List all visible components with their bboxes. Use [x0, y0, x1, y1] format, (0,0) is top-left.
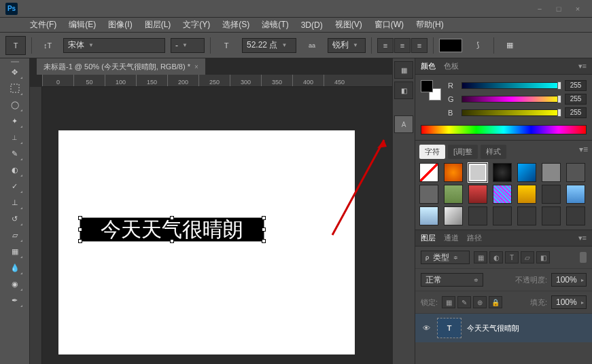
marquee-tool[interactable] — [7, 81, 23, 96]
slider-knob[interactable] — [557, 95, 561, 103]
history-panel-icon[interactable]: ▦ — [394, 61, 413, 79]
history-brush-tool[interactable]: ↺ — [7, 211, 23, 226]
layer-name[interactable]: 今天天气很晴朗 — [467, 323, 519, 333]
resize-handle[interactable] — [78, 216, 82, 220]
canvas[interactable]: 今天天气很晴朗 — [58, 130, 355, 354]
menu-layer[interactable]: 图层(L) — [139, 18, 177, 32]
menu-3d[interactable]: 3D(D) — [296, 19, 328, 31]
resize-handle[interactable] — [78, 228, 82, 232]
menu-select[interactable]: 选择(S) — [217, 18, 255, 32]
text-orientation-toggle[interactable]: ↕T — [37, 36, 58, 55]
style-swatch[interactable] — [468, 163, 487, 182]
align-left-button[interactable]: ≡ — [377, 38, 394, 53]
filter-toggle[interactable] — [580, 252, 587, 263]
eraser-tool[interactable]: ▱ — [7, 228, 23, 242]
visibility-toggle-icon[interactable]: 👁 — [421, 323, 432, 333]
style-swatch[interactable] — [468, 185, 487, 204]
font-style-select[interactable]: - ▼ — [171, 38, 205, 53]
style-swatch[interactable] — [468, 206, 487, 225]
resize-handle[interactable] — [78, 239, 82, 243]
menu-file[interactable]: 文件(F) — [24, 18, 62, 32]
style-swatch[interactable] — [517, 185, 536, 204]
horizontal-ruler[interactable]: 0 50 100 150 200 250 300 350 400 450 — [42, 75, 392, 87]
canvas-area[interactable]: 未标题-1 @ 50% (今天天气很晴朗, RGB/8) * × 0 50 10… — [30, 58, 392, 364]
style-swatch[interactable] — [542, 206, 561, 225]
style-swatch[interactable] — [566, 163, 585, 182]
slider-knob[interactable] — [557, 109, 561, 117]
foreground-background-swatches[interactable] — [421, 80, 441, 101]
menu-view[interactable]: 视图(V) — [330, 18, 368, 32]
resize-handle[interactable] — [170, 216, 174, 220]
style-swatch[interactable] — [419, 206, 438, 225]
font-family-select[interactable]: 宋体 ▼ — [63, 38, 165, 53]
gradient-tool[interactable]: ▦ — [7, 244, 23, 259]
font-size-select[interactable]: 52.22 点 ▼ — [242, 38, 296, 53]
lock-pixels-icon[interactable]: ✎ — [457, 296, 471, 308]
document-tab[interactable]: 未标题-1 @ 50% (今天天气很晴朗, RGB/8) * × — [37, 58, 206, 75]
color-tab[interactable]: 颜色 — [421, 61, 436, 71]
opacity-input[interactable]: 100% ▸ — [551, 273, 587, 287]
layer-item[interactable]: 👁 T 今天天气很晴朗 — [415, 314, 592, 342]
style-swatch[interactable] — [542, 163, 561, 182]
lock-position-icon[interactable]: ⊕ — [473, 296, 487, 308]
style-swatch[interactable] — [493, 206, 512, 225]
menu-edit[interactable]: 编辑(E) — [63, 18, 101, 32]
text-layer-bounds[interactable]: 今天天气很晴朗 — [80, 217, 264, 242]
minimize-button[interactable]: − — [531, 3, 549, 15]
style-swatch[interactable] — [444, 185, 463, 204]
slider-value[interactable]: 255 — [565, 80, 587, 91]
resize-handle[interactable] — [262, 239, 266, 243]
style-swatch[interactable] — [493, 185, 512, 204]
layer-kind-filter[interactable]: ρ 类型 ≑ — [421, 251, 470, 264]
style-swatch[interactable] — [517, 163, 536, 182]
antialiasing-select[interactable]: 锐利 ▼ — [328, 38, 366, 53]
blend-mode-select[interactable]: 正常 ≑ — [421, 273, 483, 287]
resize-handle[interactable] — [170, 239, 174, 243]
panel-menu-icon[interactable]: ▾≡ — [578, 234, 587, 242]
style-swatch[interactable] — [419, 163, 438, 182]
character-panel-toggle[interactable]: ▦ — [500, 36, 520, 55]
adjustments-tab[interactable]: [调]整 — [448, 145, 478, 159]
slider-track[interactable] — [462, 109, 561, 116]
lock-transparency-icon[interactable]: ▦ — [442, 296, 455, 308]
stamp-tool[interactable]: ⊥ — [7, 195, 23, 210]
fill-input[interactable]: 100% ▸ — [551, 295, 587, 309]
menu-type[interactable]: 文字(Y) — [177, 18, 215, 32]
slider-value[interactable]: 255 — [565, 94, 587, 105]
slider-knob[interactable] — [557, 81, 561, 90]
magic-wand-tool[interactable]: ✦ — [7, 113, 23, 128]
maximize-button[interactable]: □ — [550, 3, 568, 15]
style-swatch[interactable] — [517, 206, 536, 225]
character-panel-icon[interactable]: A — [394, 115, 413, 133]
filter-type-icon[interactable]: T — [505, 251, 519, 263]
slider-track[interactable] — [462, 96, 561, 103]
resize-handle[interactable] — [262, 216, 266, 220]
dodge-tool[interactable]: ◉ — [7, 276, 23, 291]
layer-thumbnail[interactable]: T — [437, 318, 462, 338]
brush-tool[interactable]: ✓ — [7, 179, 23, 194]
styles-tab[interactable]: 样式 — [481, 145, 506, 159]
move-tool[interactable]: ✥ — [7, 65, 23, 79]
style-swatch[interactable] — [444, 206, 463, 225]
menu-image[interactable]: 图像(I) — [103, 18, 137, 32]
properties-panel-icon[interactable]: ◧ — [394, 81, 413, 99]
align-center-button[interactable]: ≡ — [394, 38, 411, 53]
style-swatch[interactable] — [493, 163, 512, 182]
resize-handle[interactable] — [262, 228, 266, 232]
toolbar-grip[interactable] — [11, 61, 19, 62]
panel-menu-icon[interactable]: ▾≡ — [579, 145, 588, 159]
slider-value[interactable]: 255 — [565, 107, 587, 118]
style-swatch[interactable] — [542, 185, 561, 204]
filter-smart-icon[interactable]: ◧ — [536, 251, 550, 263]
healing-brush-tool[interactable]: ◐ — [7, 162, 23, 177]
paths-tab[interactable]: 路径 — [467, 233, 482, 243]
character-tab[interactable]: 字符 — [419, 145, 445, 159]
pen-tool[interactable]: ✒ — [7, 293, 23, 308]
tab-close-button[interactable]: × — [194, 63, 198, 71]
eyedropper-tool[interactable]: ✎ — [7, 146, 23, 161]
layers-tab[interactable]: 图层 — [421, 233, 436, 243]
style-swatch[interactable] — [566, 206, 585, 225]
align-right-button[interactable]: ≡ — [411, 38, 428, 53]
close-button[interactable]: × — [569, 3, 587, 15]
panel-menu-icon[interactable]: ▾≡ — [578, 62, 587, 71]
